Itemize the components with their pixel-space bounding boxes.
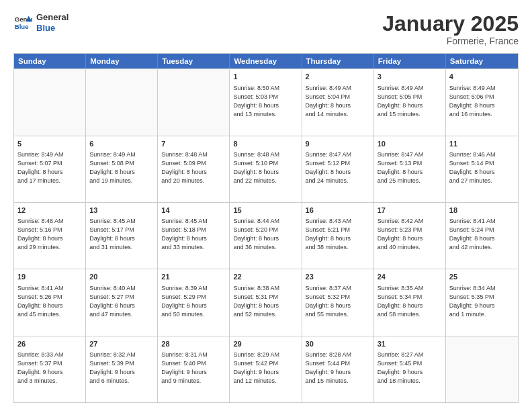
cal-cell-day-17: 17Sunrise: 8:42 AM Sunset: 5:23 PM Dayli… [374, 203, 446, 269]
cell-info-text: Sunrise: 8:50 AM Sunset: 5:03 PM Dayligh… [233, 84, 298, 119]
header-day-thursday: Thursday [302, 54, 374, 68]
cal-cell-day-18: 18Sunrise: 8:41 AM Sunset: 5:24 PM Dayli… [446, 203, 518, 269]
cal-cell-empty-0-2 [158, 69, 230, 135]
day-number: 17 [378, 205, 442, 216]
month-title: January 2025 [382, 12, 519, 36]
cell-info-text: Sunrise: 8:38 AM Sunset: 5:31 PM Dayligh… [233, 284, 298, 319]
day-number: 7 [161, 139, 226, 149]
day-number: 27 [89, 339, 154, 349]
cell-info-text: Sunrise: 8:33 AM Sunset: 5:37 PM Dayligh… [17, 351, 82, 385]
day-number: 13 [89, 205, 154, 216]
cell-info-text: Sunrise: 8:28 AM Sunset: 5:44 PM Dayligh… [306, 351, 370, 385]
cal-cell-day-29: 29Sunrise: 8:29 AM Sunset: 5:42 PM Dayli… [230, 336, 302, 402]
cal-cell-day-23: 23Sunrise: 8:37 AM Sunset: 5:32 PM Dayli… [302, 269, 374, 335]
day-number: 11 [449, 139, 515, 149]
day-number: 5 [17, 139, 82, 149]
cal-row-2: 12Sunrise: 8:46 AM Sunset: 5:16 PM Dayli… [14, 202, 518, 269]
cal-cell-day-25: 25Sunrise: 8:34 AM Sunset: 5:35 PM Dayli… [446, 269, 518, 335]
cell-info-text: Sunrise: 8:48 AM Sunset: 5:09 PM Dayligh… [161, 150, 226, 185]
cal-cell-empty-4-6 [446, 336, 518, 402]
header-day-saturday: Saturday [446, 54, 518, 68]
header-day-wednesday: Wednesday [230, 54, 302, 68]
cell-info-text: Sunrise: 8:29 AM Sunset: 5:42 PM Dayligh… [233, 351, 298, 385]
day-number: 29 [233, 339, 298, 349]
cal-cell-empty-0-0 [14, 69, 86, 135]
day-number: 14 [161, 205, 226, 216]
cal-cell-day-6: 6Sunrise: 8:49 AM Sunset: 5:08 PM Daylig… [86, 136, 158, 202]
day-number: 12 [17, 205, 82, 216]
cal-cell-day-11: 11Sunrise: 8:46 AM Sunset: 5:14 PM Dayli… [446, 136, 518, 202]
cell-info-text: Sunrise: 8:49 AM Sunset: 5:07 PM Dayligh… [17, 150, 82, 185]
header-day-tuesday: Tuesday [158, 54, 230, 68]
cell-info-text: Sunrise: 8:39 AM Sunset: 5:29 PM Dayligh… [161, 284, 226, 319]
cell-info-text: Sunrise: 8:46 AM Sunset: 5:16 PM Dayligh… [17, 217, 82, 252]
calendar: SundayMondayTuesdayWednesdayThursdayFrid… [13, 53, 519, 403]
cal-cell-day-12: 12Sunrise: 8:46 AM Sunset: 5:16 PM Dayli… [14, 203, 86, 269]
day-number: 31 [378, 339, 442, 349]
cal-cell-day-1: 1Sunrise: 8:50 AM Sunset: 5:03 PM Daylig… [230, 69, 302, 135]
cal-cell-day-10: 10Sunrise: 8:47 AM Sunset: 5:13 PM Dayli… [374, 136, 446, 202]
day-number: 3 [378, 72, 442, 82]
cell-info-text: Sunrise: 8:46 AM Sunset: 5:14 PM Dayligh… [449, 150, 515, 185]
cal-row-1: 5Sunrise: 8:49 AM Sunset: 5:07 PM Daylig… [14, 136, 518, 202]
logo: General Blue General Blue [13, 12, 69, 33]
location-subtitle: Formerie, France [382, 36, 519, 46]
day-number: 19 [17, 272, 82, 282]
day-number: 15 [233, 205, 298, 216]
day-number: 25 [449, 272, 515, 282]
day-number: 30 [306, 339, 370, 349]
calendar-header: SundayMondayTuesdayWednesdayThursdayFrid… [14, 54, 518, 68]
cal-cell-day-15: 15Sunrise: 8:44 AM Sunset: 5:20 PM Dayli… [230, 203, 302, 269]
cell-info-text: Sunrise: 8:43 AM Sunset: 5:21 PM Dayligh… [306, 217, 370, 252]
cal-cell-day-22: 22Sunrise: 8:38 AM Sunset: 5:31 PM Dayli… [230, 269, 302, 335]
header: General Blue General Blue January 2025 F… [13, 12, 519, 46]
cal-cell-day-14: 14Sunrise: 8:45 AM Sunset: 5:18 PM Dayli… [158, 203, 230, 269]
cal-cell-day-3: 3Sunrise: 8:49 AM Sunset: 5:05 PM Daylig… [374, 69, 446, 135]
day-number: 4 [449, 72, 515, 82]
cell-info-text: Sunrise: 8:27 AM Sunset: 5:45 PM Dayligh… [378, 351, 442, 385]
cal-cell-day-4: 4Sunrise: 8:49 AM Sunset: 5:06 PM Daylig… [446, 69, 518, 135]
day-number: 24 [378, 272, 442, 282]
cal-cell-day-7: 7Sunrise: 8:48 AM Sunset: 5:09 PM Daylig… [158, 136, 230, 202]
day-number: 6 [89, 139, 154, 149]
cal-cell-day-8: 8Sunrise: 8:48 AM Sunset: 5:10 PM Daylig… [230, 136, 302, 202]
cell-info-text: Sunrise: 8:41 AM Sunset: 5:26 PM Dayligh… [17, 284, 82, 319]
cell-info-text: Sunrise: 8:44 AM Sunset: 5:20 PM Dayligh… [233, 217, 298, 252]
cell-info-text: Sunrise: 8:47 AM Sunset: 5:13 PM Dayligh… [378, 150, 442, 185]
cal-cell-day-26: 26Sunrise: 8:33 AM Sunset: 5:37 PM Dayli… [14, 336, 86, 402]
cal-row-0: 1Sunrise: 8:50 AM Sunset: 5:03 PM Daylig… [14, 68, 518, 135]
cell-info-text: Sunrise: 8:47 AM Sunset: 5:12 PM Dayligh… [306, 150, 370, 185]
day-number: 20 [89, 272, 154, 282]
cal-cell-day-31: 31Sunrise: 8:27 AM Sunset: 5:45 PM Dayli… [374, 336, 446, 402]
cell-info-text: Sunrise: 8:49 AM Sunset: 5:05 PM Dayligh… [378, 84, 442, 119]
day-number: 10 [378, 139, 442, 149]
cell-info-text: Sunrise: 8:37 AM Sunset: 5:32 PM Dayligh… [306, 284, 370, 319]
logo-line1: General [36, 12, 69, 23]
day-number: 21 [161, 272, 226, 282]
header-day-sunday: Sunday [14, 54, 86, 68]
day-number: 1 [233, 72, 298, 82]
cal-row-4: 26Sunrise: 8:33 AM Sunset: 5:37 PM Dayli… [14, 336, 518, 402]
cal-cell-day-28: 28Sunrise: 8:31 AM Sunset: 5:40 PM Dayli… [158, 336, 230, 402]
cell-info-text: Sunrise: 8:41 AM Sunset: 5:24 PM Dayligh… [449, 217, 515, 252]
cell-info-text: Sunrise: 8:40 AM Sunset: 5:27 PM Dayligh… [89, 284, 154, 319]
calendar-body: 1Sunrise: 8:50 AM Sunset: 5:03 PM Daylig… [14, 68, 518, 402]
svg-text:Blue: Blue [15, 22, 29, 30]
cell-info-text: Sunrise: 8:34 AM Sunset: 5:35 PM Dayligh… [449, 284, 515, 319]
day-number: 28 [161, 339, 226, 349]
page: General Blue General Blue January 2025 F… [0, 0, 532, 411]
day-number: 9 [306, 139, 370, 149]
cell-info-text: Sunrise: 8:49 AM Sunset: 5:08 PM Dayligh… [89, 150, 154, 185]
cell-info-text: Sunrise: 8:35 AM Sunset: 5:34 PM Dayligh… [378, 284, 442, 319]
cal-cell-day-13: 13Sunrise: 8:45 AM Sunset: 5:17 PM Dayli… [86, 203, 158, 269]
day-number: 26 [17, 339, 82, 349]
cell-info-text: Sunrise: 8:31 AM Sunset: 5:40 PM Dayligh… [161, 351, 226, 385]
cal-cell-day-30: 30Sunrise: 8:28 AM Sunset: 5:44 PM Dayli… [302, 336, 374, 402]
cal-cell-day-27: 27Sunrise: 8:32 AM Sunset: 5:39 PM Dayli… [86, 336, 158, 402]
cell-info-text: Sunrise: 8:32 AM Sunset: 5:39 PM Dayligh… [89, 351, 154, 385]
cell-info-text: Sunrise: 8:45 AM Sunset: 5:18 PM Dayligh… [161, 217, 226, 252]
cell-info-text: Sunrise: 8:49 AM Sunset: 5:04 PM Dayligh… [306, 84, 370, 119]
day-number: 2 [306, 72, 370, 82]
cell-info-text: Sunrise: 8:49 AM Sunset: 5:06 PM Dayligh… [449, 84, 515, 119]
title-block: January 2025 Formerie, France [382, 12, 519, 46]
